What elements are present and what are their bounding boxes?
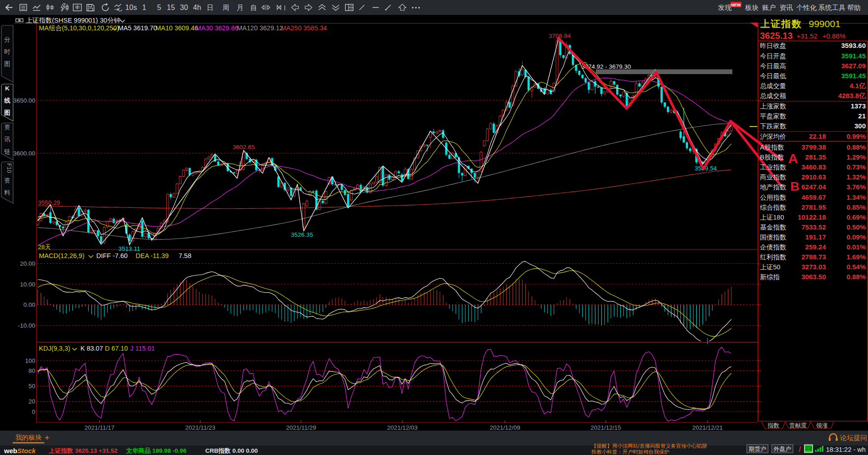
svg-text:5: 5 [157, 4, 161, 11]
svg-text:Stock: Stock [17, 447, 36, 455]
svg-text:3593.60: 3593.60 [841, 42, 866, 49]
svg-text:10122.18: 10122.18 [797, 213, 826, 221]
svg-text:上证指数: 上证指数 [760, 19, 802, 29]
svg-text:DIFF -7.60: DIFF -7.60 [96, 252, 127, 259]
svg-text:时: 时 [4, 48, 10, 55]
svg-text:线: 线 [4, 97, 10, 104]
svg-text:发现: 发现 [718, 4, 731, 11]
svg-text:日: 日 [207, 4, 214, 11]
svg-text:K: K [5, 85, 9, 92]
svg-text:/: / [799, 445, 801, 454]
svg-text:2781.95: 2781.95 [802, 203, 826, 211]
svg-text:基金指数: 基金指数 [760, 224, 787, 231]
svg-text:2021/12/21: 2021/12/21 [692, 424, 723, 431]
svg-text:地产指数: 地产指数 [760, 183, 787, 191]
svg-text:文华商品 189.98 -0.96: 文华商品 189.98 -0.96 [126, 447, 187, 454]
svg-text:资: 资 [4, 177, 10, 184]
svg-text:+0.88%: +0.88% [822, 32, 845, 40]
svg-text:K 83.07: K 83.07 [80, 345, 103, 352]
svg-text:3273.03: 3273.03 [802, 263, 826, 271]
svg-text:平盘家数: 平盘家数 [760, 113, 787, 120]
svg-text:3591.45: 3591.45 [841, 52, 866, 60]
svg-text:0.88%: 0.88% [846, 273, 866, 281]
svg-text:3627.09: 3627.09 [841, 62, 866, 70]
svg-text:今日最高: 今日最高 [760, 62, 786, 70]
svg-text:外盘户: 外盘户 [773, 446, 791, 452]
svg-text:22.18: 22.18 [809, 132, 826, 140]
svg-text:B: B [790, 179, 799, 193]
svg-text:4.1亿: 4.1亿 [849, 82, 866, 89]
svg-text:自: 自 [250, 4, 257, 11]
svg-text:商业指数: 商业指数 [760, 174, 787, 181]
svg-text:MA10 3609.46: MA10 3609.46 [156, 24, 198, 32]
svg-text:80: 80 [28, 367, 35, 374]
svg-text:J 115.01: J 115.01 [130, 345, 155, 352]
svg-text:15: 15 [167, 4, 175, 11]
svg-text:3513.11: 3513.11 [118, 245, 140, 252]
svg-text:191.17: 191.17 [805, 233, 826, 241]
svg-text:18:31:22 - wh: 18:31:22 - wh [826, 446, 866, 453]
svg-text:账户: 账户 [762, 4, 776, 11]
svg-text:板块: 板块 [745, 4, 759, 11]
svg-text:总成交额: 总成交额 [760, 92, 787, 99]
svg-text:A: A [788, 151, 798, 166]
svg-text:图: 图 [4, 109, 10, 116]
svg-text:3.76%: 3.76% [846, 183, 866, 191]
svg-text:4h: 4h [193, 4, 201, 11]
svg-text:28天: 28天 [38, 244, 51, 250]
svg-text:上证指数 3625.13 +31.52: 上证指数 3625.13 +31.52 [48, 447, 118, 454]
svg-text:链: 链 [4, 148, 10, 155]
svg-text:0.54%: 0.54% [846, 263, 866, 271]
svg-text:1.69%: 1.69% [846, 253, 866, 261]
svg-text:总成交量: 总成交量 [760, 82, 786, 89]
svg-text:下跌家数: 下跌家数 [760, 122, 787, 130]
svg-text:web: web [4, 447, 17, 455]
svg-text:259.24: 259.24 [805, 243, 826, 251]
svg-text:999001: 999001 [809, 19, 840, 29]
svg-text:0.00: 0.00 [24, 301, 35, 308]
svg-text:3460.83: 3460.83 [802, 163, 826, 171]
svg-text:今日开盘: 今日开盘 [760, 52, 786, 60]
svg-text:我的板块: 我的板块 [15, 434, 42, 441]
svg-text:上证50: 上证50 [760, 263, 780, 271]
svg-text:0.50%: 0.50% [846, 223, 866, 231]
svg-text:领涨: 领涨 [816, 422, 828, 429]
svg-text:1: 1 [142, 4, 146, 11]
svg-text:6247.04: 6247.04 [802, 183, 826, 191]
svg-text:281.35: 281.35 [805, 153, 826, 161]
svg-text:0.73%: 0.73% [846, 163, 866, 171]
svg-text:MA250 3585.34: MA250 3585.34 [281, 24, 327, 32]
svg-text:0: 0 [32, 408, 35, 415]
svg-text:D 67.10: D 67.10 [105, 345, 128, 352]
svg-text:周: 周 [223, 4, 230, 11]
svg-text:0.99%: 0.99% [846, 132, 866, 140]
svg-text:10.00: 10.00 [20, 281, 35, 288]
svg-text:21: 21 [858, 112, 866, 120]
svg-text:3602.65: 3602.65 [233, 144, 255, 150]
svg-text:+: + [44, 433, 49, 442]
svg-text:F10: F10 [6, 163, 12, 173]
svg-text:0.85%: 0.85% [846, 203, 866, 211]
svg-text:月: 月 [237, 4, 244, 11]
svg-text:7533.52: 7533.52 [802, 223, 826, 231]
svg-text:2788.73: 2788.73 [802, 253, 826, 261]
svg-text:昨日收盘: 昨日收盘 [760, 42, 786, 49]
svg-text:图: 图 [4, 61, 10, 67]
svg-text:2910.63: 2910.63 [802, 173, 826, 181]
svg-text:0.88%: 0.88% [846, 143, 866, 151]
svg-text:CRB指数 0.00 0.00: CRB指数 0.00 0.00 [205, 447, 258, 454]
svg-text:贡献度: 贡献度 [789, 422, 807, 429]
svg-text:2021/12/09: 2021/12/09 [490, 424, 520, 431]
svg-text:A股指数: A股指数 [760, 144, 784, 151]
svg-text:7.58: 7.58 [179, 252, 191, 259]
svg-text:MA120 3629.12: MA120 3629.12 [237, 24, 283, 32]
svg-text:讯: 讯 [4, 136, 10, 143]
svg-text:3550.29: 3550.29 [38, 199, 60, 206]
svg-text:料: 料 [4, 189, 10, 196]
svg-text:【提醒】用小法网站/直播间股替义务宣传小心陷阱: 【提醒】用小法网站/直播间股替义务宣传小心陷阱 [591, 443, 708, 449]
svg-text:今日最低: 今日最低 [760, 72, 786, 80]
svg-text:上涨家数: 上涨家数 [760, 103, 787, 110]
svg-text:帮助: 帮助 [847, 4, 861, 11]
svg-text:资讯: 资讯 [779, 4, 793, 11]
svg-text:B股指数: B股指数 [760, 154, 784, 161]
